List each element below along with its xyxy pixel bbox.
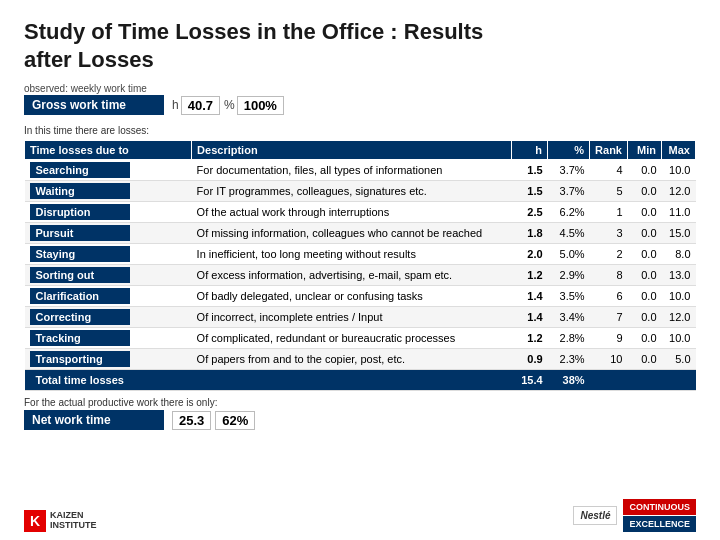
row-label: Staying — [30, 246, 130, 262]
table-row: Sorting out Of excess information, adver… — [25, 265, 696, 286]
table-row: Clarification Of badly delegated, unclea… — [25, 286, 696, 307]
row-description: Of badly delegated, unclear or confusing… — [192, 286, 512, 307]
row-rank: 9 — [590, 328, 628, 349]
row-rank: 5 — [590, 181, 628, 202]
right-logos: Nestlé CONTINUOUS EXCELLENCE — [573, 499, 696, 532]
table-row: Waiting For IT programmes, colleagues, s… — [25, 181, 696, 202]
row-min: 0.0 — [628, 307, 662, 328]
net-work-time-label: Net work time — [24, 410, 164, 430]
row-description: For IT programmes, colleagues, signature… — [192, 181, 512, 202]
row-h: 2.0 — [512, 244, 548, 265]
table-row: Searching For documentation, files, all … — [25, 160, 696, 181]
gross-values: h 40.7 % 100% — [172, 96, 288, 115]
row-min: 0.0 — [628, 160, 662, 181]
observed-label: observed: weekly work time — [24, 83, 696, 94]
total-h: 15.4 — [512, 370, 548, 391]
row-pct: 2.3% — [548, 349, 590, 370]
row-rank: 3 — [590, 223, 628, 244]
row-h: 1.4 — [512, 286, 548, 307]
excellence-label: EXCELLENCE — [623, 516, 696, 532]
net-h-value: 25.3 — [172, 411, 211, 430]
row-description: Of the actual work through interruptions — [192, 202, 512, 223]
row-rank: 1 — [590, 202, 628, 223]
row-label-cell: Correcting — [25, 307, 192, 328]
row-description: Of incorrect, incomplete entries / Input — [192, 307, 512, 328]
row-label: Waiting — [30, 183, 130, 199]
row-pct: 3.7% — [548, 181, 590, 202]
table-row: Pursuit Of missing information, colleagu… — [25, 223, 696, 244]
footer: K KAIZENINSTITUTE Nestlé CONTINUOUS EXCE… — [0, 499, 720, 532]
row-min: 0.0 — [628, 349, 662, 370]
row-min: 0.0 — [628, 328, 662, 349]
row-pct: 3.7% — [548, 160, 590, 181]
kaizen-k-icon: K — [24, 510, 46, 532]
row-label-cell: Transporting — [25, 349, 192, 370]
row-label: Pursuit — [30, 225, 130, 241]
row-label-cell: Sorting out — [25, 265, 192, 286]
row-label-cell: Pursuit — [25, 223, 192, 244]
row-rank: 7 — [590, 307, 628, 328]
row-h: 1.5 — [512, 160, 548, 181]
table-row: Tracking Of complicated, redundant or bu… — [25, 328, 696, 349]
row-rank: 2 — [590, 244, 628, 265]
net-pct-value: 62% — [215, 411, 255, 430]
table-row: Transporting Of papers from and to the c… — [25, 349, 696, 370]
row-min: 0.0 — [628, 265, 662, 286]
total-row: Total time losses 15.4 38% — [25, 370, 696, 391]
row-pct: 3.4% — [548, 307, 590, 328]
row-label: Correcting — [30, 309, 130, 325]
kaizen-text: KAIZENINSTITUTE — [50, 511, 97, 531]
net-section: For the actual productive work there is … — [24, 397, 696, 430]
gross-work-time-row: Gross work time h 40.7 % 100% — [24, 95, 696, 115]
row-label-cell: Tracking — [25, 328, 192, 349]
row-max: 13.0 — [662, 265, 696, 286]
row-label: Tracking — [30, 330, 130, 346]
gross-pct-value: 100% — [237, 96, 284, 115]
row-max: 10.0 — [662, 286, 696, 307]
row-max: 10.0 — [662, 328, 696, 349]
row-rank: 10 — [590, 349, 628, 370]
col-header-losses: Time losses due to — [25, 141, 192, 160]
net-work-time-row: Net work time 25.3 62% — [24, 410, 696, 430]
col-header-pct: % — [548, 141, 590, 160]
row-max: 12.0 — [662, 181, 696, 202]
row-max: 8.0 — [662, 244, 696, 265]
page-title: Study of Time Losses in the Office : Res… — [24, 18, 696, 73]
row-label-cell: Searching — [25, 160, 192, 181]
row-h: 1.8 — [512, 223, 548, 244]
total-label: Total time losses — [25, 370, 512, 391]
kaizen-logo: K KAIZENINSTITUTE — [24, 510, 97, 532]
row-max: 15.0 — [662, 223, 696, 244]
row-pct: 2.8% — [548, 328, 590, 349]
table-row: Disruption Of the actual work through in… — [25, 202, 696, 223]
row-description: Of excess information, advertising, e-ma… — [192, 265, 512, 286]
total-pct: 38% — [548, 370, 590, 391]
table-row: Staying In inefficient, too long meeting… — [25, 244, 696, 265]
row-h: 0.9 — [512, 349, 548, 370]
row-max: 5.0 — [662, 349, 696, 370]
row-label-cell: Disruption — [25, 202, 192, 223]
col-header-description: Description — [192, 141, 512, 160]
row-pct: 4.5% — [548, 223, 590, 244]
pct-header-gross: % — [224, 98, 235, 112]
row-label-cell: Clarification — [25, 286, 192, 307]
row-h: 2.5 — [512, 202, 548, 223]
row-description: Of complicated, redundant or bureaucrati… — [192, 328, 512, 349]
net-values: 25.3 62% — [172, 411, 259, 430]
row-max: 11.0 — [662, 202, 696, 223]
row-pct: 2.9% — [548, 265, 590, 286]
row-min: 0.0 — [628, 244, 662, 265]
row-pct: 5.0% — [548, 244, 590, 265]
table-row: Correcting Of incorrect, incomplete entr… — [25, 307, 696, 328]
row-min: 0.0 — [628, 202, 662, 223]
h-header-gross: h — [172, 98, 179, 112]
row-label: Sorting out — [30, 267, 130, 283]
row-rank: 4 — [590, 160, 628, 181]
col-header-rank: Rank — [590, 141, 628, 160]
row-max: 12.0 — [662, 307, 696, 328]
row-description: For documentation, files, all types of i… — [192, 160, 512, 181]
col-header-min: Min — [628, 141, 662, 160]
row-min: 0.0 — [628, 223, 662, 244]
row-h: 1.5 — [512, 181, 548, 202]
row-label-cell: Waiting — [25, 181, 192, 202]
